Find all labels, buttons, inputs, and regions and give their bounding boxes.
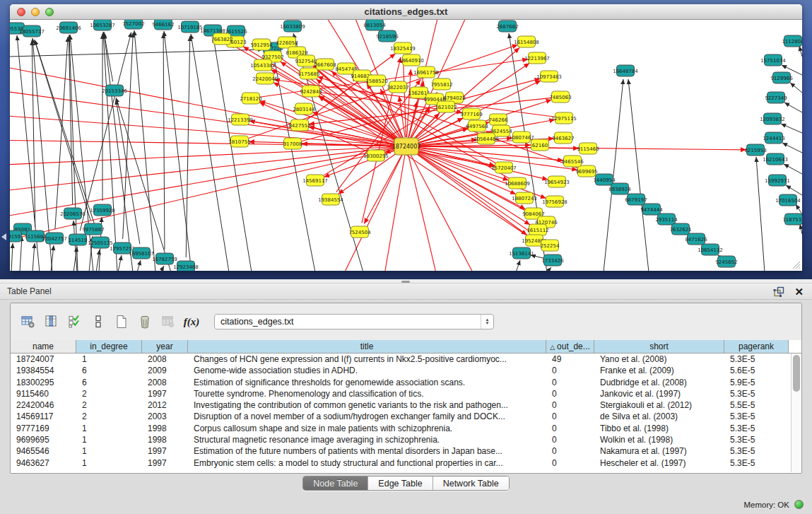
delete-table-icon[interactable] — [137, 314, 153, 329]
graph-node-14055717[interactable]: 14055717 — [19, 25, 45, 37]
citation-edge-black[interactable] — [164, 31, 192, 271]
citation-edge-black[interactable] — [123, 33, 134, 239]
graph-node-16958107[interactable]: 16958107 — [129, 247, 154, 259]
column-header-title[interactable]: title — [188, 340, 546, 353]
citation-network-graph[interactable]: 1872400720553801405571720691406106532871… — [10, 20, 802, 271]
table-cell[interactable]: 9115460 — [11, 388, 76, 399]
table-cell[interactable]: Jankovic et al. (1997) — [594, 388, 724, 399]
graph-node-18640910[interactable]: 18640910 — [399, 54, 424, 66]
graph-node-10973483[interactable]: 10973483 — [536, 71, 562, 82]
graph-node-7632621[interactable]: 7632621 — [669, 223, 691, 235]
graph-node-17359928[interactable]: 17359928 — [90, 204, 115, 216]
citation-edge-black[interactable] — [516, 260, 520, 271]
graph-node-1588520[interactable]: 1588520 — [365, 75, 387, 86]
network-window[interactable]: citations_edges.txt 18724007205538014055… — [10, 4, 802, 271]
table-cell[interactable]: 1 — [76, 354, 142, 365]
table-row[interactable]: 911546021997Tourette syndrome. Phenomeno… — [11, 388, 801, 399]
table-cell[interactable]: 1 — [76, 434, 142, 445]
column-header-short[interactable]: short — [594, 340, 724, 353]
citation-edge-black[interactable] — [790, 83, 802, 93]
table-cell[interactable]: 2 — [76, 411, 142, 422]
citation-edge-black[interactable] — [104, 32, 133, 271]
table-cell[interactable]: 49 — [546, 354, 594, 365]
citation-edge-black[interactable] — [784, 164, 802, 174]
graph-node-16648784[interactable]: 16648784 — [613, 65, 638, 76]
table-cell[interactable]: Nakamura et al. (1997) — [594, 445, 724, 457]
table-cell[interactable]: 2009 — [142, 365, 188, 376]
table-cell[interactable]: 6 — [76, 365, 142, 376]
graph-node-19384554[interactable]: 19384554 — [318, 194, 343, 205]
table-cell[interactable]: 0 — [546, 399, 594, 411]
close-window-icon[interactable] — [17, 8, 25, 16]
table-cell[interactable]: 5.6E-5 — [724, 365, 789, 376]
table-cell[interactable]: 22420046 — [11, 399, 76, 411]
graph-node-2718120[interactable]: 2718120 — [240, 93, 261, 104]
citation-edge-black[interactable] — [756, 157, 765, 271]
table-cell[interactable]: 19384554 — [11, 365, 76, 376]
graph-node-10807467[interactable]: 10807467 — [509, 132, 534, 143]
graph-node-39159[interactable]: 39159 — [10, 230, 22, 242]
table-cell[interactable]: 18724007 — [11, 354, 76, 365]
column-header-name[interactable]: name — [11, 340, 76, 353]
graph-node-7955812[interactable]: 7955812 — [430, 78, 452, 90]
citation-edge-black[interactable] — [160, 266, 164, 271]
graph-node-5912954[interactable]: 5912954 — [250, 39, 273, 50]
citation-edge-black[interactable] — [33, 243, 35, 271]
graph-node-6879197[interactable]: 6879197 — [625, 194, 647, 205]
column-header-year[interactable]: year — [142, 340, 188, 353]
graph-node-15136141[interactable]: 15136141 — [509, 247, 534, 259]
table-cell[interactable]: 5.3E-5 — [724, 423, 789, 434]
graph-node-9115460[interactable]: 9115460 — [577, 143, 599, 154]
graph-node-2803144[interactable]: 2803144 — [293, 103, 315, 115]
table-cell[interactable]: 1 — [76, 423, 142, 434]
zoom-window-icon[interactable] — [45, 8, 54, 16]
citation-edge-black[interactable] — [80, 33, 131, 231]
table-cell[interactable]: 6 — [76, 377, 142, 388]
table-cell[interactable]: Yano et al. (2008) — [594, 354, 724, 365]
memory-ok-icon[interactable] — [794, 500, 804, 509]
table-cell[interactable]: 9465546 — [11, 445, 76, 457]
graph-node-15992971[interactable]: 15992971 — [765, 175, 790, 186]
table-cell[interactable]: 2003 — [142, 411, 188, 422]
table-cell[interactable]: 5.3E-5 — [724, 434, 789, 445]
graph-node-12213967[interactable]: 12213967 — [524, 52, 550, 64]
citation-edge-red[interactable] — [10, 146, 406, 165]
create-table-icon[interactable] — [114, 314, 129, 329]
citation-edge-black[interactable] — [547, 267, 551, 271]
graph-node-1187533[interactable]: 1187533 — [782, 214, 802, 225]
table-cell[interactable]: 0 — [546, 457, 594, 469]
citation-edge-black[interactable] — [186, 36, 190, 257]
table-cell[interactable]: 18300295 — [11, 377, 76, 388]
float-panel-icon[interactable] — [772, 286, 784, 298]
graph-node-1733426[interactable]: 1733426 — [541, 255, 564, 266]
graph-node-10654112[interactable]: 10654112 — [698, 244, 723, 255]
table-cell[interactable]: 0 — [546, 377, 594, 388]
row-options-icon[interactable] — [90, 314, 106, 329]
graph-node-18807243[interactable]: 18807243 — [512, 192, 537, 204]
graph-node-18300295[interactable]: 18300295 — [363, 150, 389, 161]
graph-node-1112804[interactable]: 1112804 — [782, 35, 802, 47]
table-cell[interactable]: Franke et al. (2009) — [594, 365, 724, 376]
table-cell[interactable]: Embryonic stem cells: a model to study s… — [188, 457, 546, 469]
table-cell[interactable]: Tibbo et al. (1998) — [594, 423, 724, 434]
graph-node-10653287[interactable]: 10653287 — [90, 20, 115, 30]
table-cell[interactable]: Corpus callosum shape and size in male p… — [188, 423, 546, 434]
table-cell[interactable]: Dudbridge et al. (2008) — [594, 377, 724, 388]
table-cell[interactable]: 2012 — [142, 399, 188, 411]
graph-node-9465546[interactable]: 9465546 — [561, 156, 584, 167]
vertical-scrollbar[interactable] — [791, 354, 801, 472]
table-row[interactable]: 1456911722003Disruption of a novel membe… — [11, 411, 801, 422]
table-cell[interactable]: 14569117 — [11, 411, 76, 422]
table-cell[interactable]: 5.3E-5 — [724, 411, 789, 422]
table-cell[interactable]: 1997 — [142, 445, 188, 457]
graph-node-10543382[interactable]: 10543382 — [250, 59, 276, 71]
table-cell[interactable]: 1 — [76, 457, 142, 469]
collapse-panel-arrow-icon[interactable] — [1, 233, 6, 240]
graph-node-10688609[interactable]: 10688609 — [505, 177, 530, 189]
graph-node-1615112[interactable]: 1615112 — [526, 224, 548, 235]
graph-node-9227349[interactable]: 9227349 — [765, 92, 787, 103]
graph-node-12213399[interactable]: 12213399 — [228, 114, 253, 125]
graph-node-2687682[interactable]: 2687682 — [496, 21, 518, 32]
graph-node-18724007[interactable]: 18724007 — [392, 138, 421, 155]
citation-edge-red[interactable] — [406, 146, 482, 271]
